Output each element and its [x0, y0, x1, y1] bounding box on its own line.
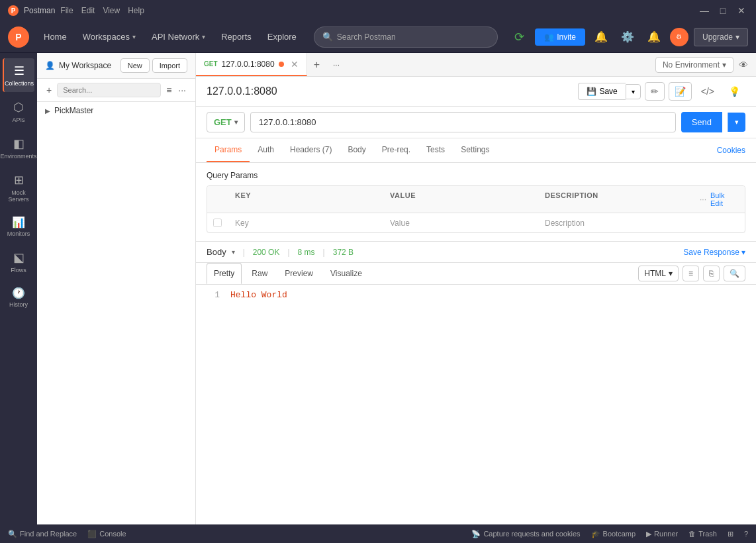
minimize-button[interactable]: —: [698, 4, 711, 17]
menu-help[interactable]: Help: [128, 6, 144, 15]
bulk-edit-button[interactable]: Bulk Edit: [710, 191, 737, 207]
invite-button[interactable]: 👥 Invite: [535, 28, 585, 46]
code-snippet-button[interactable]: </>: [696, 83, 720, 100]
req-tab-params[interactable]: Params: [207, 138, 250, 162]
add-collection-button[interactable]: +: [45, 83, 53, 97]
import-button[interactable]: Import: [152, 58, 187, 73]
collections-more-button[interactable]: ···: [177, 83, 187, 97]
response-size-badge: 372 B: [333, 248, 354, 257]
console-button[interactable]: ⬛ Console: [87, 530, 126, 538]
req-tab-tests[interactable]: Tests: [418, 138, 453, 162]
layout-button[interactable]: ⊞: [728, 530, 733, 538]
app-container: P Postman File Edit View Help — □ ✕ P Ho…: [0, 0, 756, 543]
menu-file[interactable]: File: [60, 6, 73, 15]
sync-icon-btn[interactable]: ⟳: [508, 26, 530, 48]
environment-eye-button[interactable]: 👁: [739, 60, 748, 70]
main-content: ☰ Collections ⬡ APIs ◧ Environments ⊞ Mo…: [0, 53, 756, 524]
active-tab[interactable]: GET 127.0.0.1:8080 ✕: [196, 53, 307, 76]
capture-button[interactable]: 📡 Capture requests and cookies: [471, 530, 580, 538]
workspace-header: 👤 My Workspace New Import: [37, 53, 195, 79]
row-checkbox-input[interactable]: [213, 219, 222, 227]
alerts-icon-btn[interactable]: 🔔: [643, 26, 665, 48]
nav-logo[interactable]: P: [8, 26, 29, 48]
user-avatar[interactable]: ⚙: [670, 28, 688, 46]
bootcamp-button[interactable]: 🎓 Bootcamp: [591, 530, 636, 538]
window-controls: — □ ✕: [698, 4, 748, 17]
collection-pickmaster[interactable]: ▶ PickMaster: [37, 102, 195, 119]
description-cell[interactable]: Description: [537, 215, 692, 232]
req-tab-headers[interactable]: Headers (7): [282, 138, 340, 162]
req-tab-settings[interactable]: Settings: [453, 138, 497, 162]
format-selector[interactable]: HTML ▾: [638, 266, 679, 281]
resp-tab-pretty[interactable]: Pretty: [207, 263, 242, 284]
sidebar-icons: ☰ Collections ⬡ APIs ◧ Environments ⊞ Mo…: [0, 53, 37, 524]
nav-workspaces[interactable]: Workspaces ▾: [76, 28, 142, 46]
sidebar-item-apis[interactable]: ⬡ APIs: [3, 95, 34, 128]
edit-pencil-button[interactable]: ✏: [645, 82, 665, 101]
sidebar-item-flows[interactable]: ⬕ Flows: [3, 245, 34, 279]
sidebar-item-mock-servers[interactable]: ⊞ Mock Servers: [3, 168, 34, 208]
params-placeholder-row: Key Value Description: [207, 213, 745, 232]
resp-tab-raw[interactable]: Raw: [244, 263, 275, 284]
lightbulb-button[interactable]: 💡: [724, 83, 745, 100]
menu-view[interactable]: View: [103, 6, 120, 15]
save-dropdown-button[interactable]: ▾: [626, 84, 641, 99]
response-right-actions: Save Response ▾: [683, 248, 745, 257]
tab-close-button[interactable]: ✕: [291, 59, 299, 70]
key-header: KEY: [227, 186, 382, 213]
nav-home[interactable]: Home: [37, 28, 73, 46]
notification-bell-icon-btn[interactable]: 🔔: [591, 26, 612, 48]
save-main-button[interactable]: 💾 Save: [578, 83, 625, 100]
nav-reports[interactable]: Reports: [214, 28, 258, 46]
url-input[interactable]: [250, 112, 676, 132]
tab-more-button[interactable]: ···: [326, 53, 346, 76]
runner-button[interactable]: ▶ Runner: [646, 530, 678, 538]
method-selector[interactable]: GET ▾: [207, 112, 245, 132]
environment-selector[interactable]: No Environment ▾: [655, 57, 733, 73]
description-button[interactable]: 📝: [669, 82, 692, 101]
collection-chevron-icon: ▶: [45, 107, 50, 115]
word-wrap-button[interactable]: ≡: [683, 266, 699, 281]
sidebar-item-monitors[interactable]: 📊 Monitors: [3, 211, 34, 242]
maximize-button[interactable]: □: [716, 4, 730, 17]
search-bar[interactable]: 🔍 Search Postman: [314, 26, 498, 48]
response-header: Body ▾ | 200 OK | 8 ms | 372 B Save Resp…: [196, 242, 756, 263]
response-title-arrow-icon[interactable]: ▾: [232, 248, 235, 256]
filter-button[interactable]: ≡: [165, 83, 173, 97]
settings-gear-icon-btn[interactable]: ⚙️: [617, 26, 638, 48]
add-tab-button[interactable]: +: [307, 53, 326, 76]
value-cell[interactable]: Value: [382, 215, 537, 232]
req-tab-auth[interactable]: Auth: [250, 138, 282, 162]
copy-response-button[interactable]: ⎘: [703, 266, 720, 281]
titlebar: P Postman File Edit View Help — □ ✕: [0, 0, 756, 21]
sidebar-item-collections[interactable]: ☰ Collections: [3, 58, 34, 92]
cookies-link[interactable]: Cookies: [717, 146, 745, 155]
sidebar-item-history[interactable]: 🕐 History: [3, 281, 34, 313]
sidebar-item-environments[interactable]: ◧ Environments: [3, 131, 34, 165]
response-format-tabs: Pretty Raw Preview Visualize HTML ▾ ≡ ⎘ …: [196, 263, 756, 285]
nav-api-network[interactable]: API Network ▾: [145, 28, 212, 46]
req-tab-body[interactable]: Body: [340, 138, 373, 162]
send-dropdown-button[interactable]: ▾: [728, 113, 745, 132]
resp-tab-preview[interactable]: Preview: [277, 263, 320, 284]
key-cell[interactable]: Key: [227, 215, 382, 232]
save-response-button[interactable]: Save Response ▾: [683, 248, 745, 257]
trash-button[interactable]: 🗑 Trash: [688, 530, 717, 538]
menu-edit[interactable]: Edit: [81, 6, 95, 15]
upgrade-button[interactable]: Upgrade ▾: [694, 28, 748, 46]
nav-explore[interactable]: Explore: [261, 28, 303, 46]
collections-search-input[interactable]: [57, 83, 161, 97]
req-tab-pre-req[interactable]: Pre-req.: [374, 138, 418, 162]
send-button[interactable]: Send: [681, 112, 722, 132]
params-more-icon[interactable]: ···: [700, 195, 706, 204]
response-title: Body: [207, 247, 226, 257]
workspace-name-display: 👤 My Workspace: [45, 61, 111, 70]
resp-tab-visualize[interactable]: Visualize: [323, 263, 369, 284]
sidebar-collections-label: Collections: [5, 80, 34, 87]
help-button[interactable]: ?: [744, 530, 748, 538]
new-button[interactable]: New: [120, 58, 150, 73]
close-button[interactable]: ✕: [735, 4, 748, 17]
console-icon: ⬛: [87, 530, 97, 538]
search-response-button[interactable]: 🔍: [724, 266, 745, 281]
find-replace-button[interactable]: 🔍 Find and Replace: [8, 530, 77, 538]
